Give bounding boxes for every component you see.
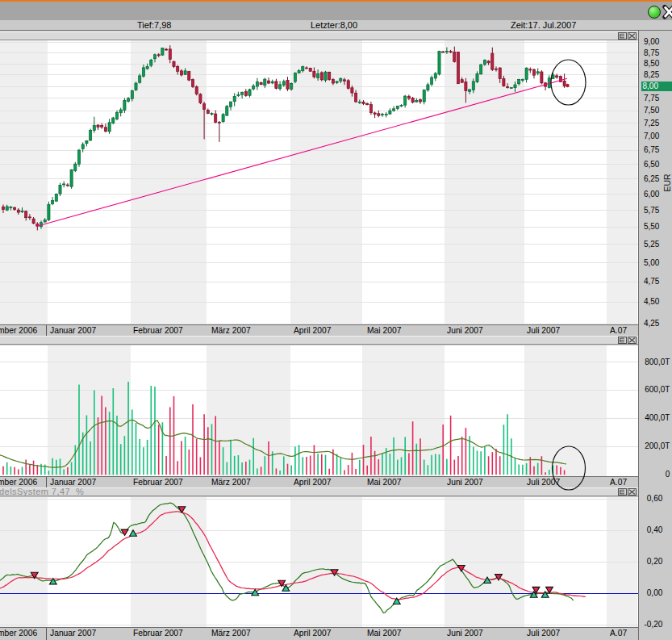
time-axis-label: Juli 2007 (527, 478, 560, 487)
time-axis-label: März 2007 (211, 326, 251, 336)
time-axis-label: Februar 2007 (133, 326, 183, 336)
close-icon (628, 33, 636, 39)
indicator-axis-label: 0,00 (643, 589, 663, 597)
volume-axis-label: 200,0T (643, 442, 670, 450)
price-axis-label: 8,50 (643, 60, 660, 68)
time-axis-label: mber 2006 (0, 629, 37, 638)
time-axis-label: Januar 2007 (50, 629, 96, 638)
price-axis-label: 4,75 (643, 278, 660, 286)
time-axis-label: Mai 2007 (367, 478, 401, 487)
price-axis-label: 8,75 (643, 49, 660, 57)
price-chart-plot[interactable] (0, 40, 638, 324)
price-axis-label: 5,25 (643, 241, 660, 249)
last-price-tag: 8,00 (641, 82, 672, 92)
close-icon (628, 337, 636, 343)
price-axis-label: 7,50 (643, 107, 660, 115)
volume-pane-header (0, 336, 638, 345)
properties-icon (619, 489, 626, 495)
indicator-pane-title: delsSystem 7,47 % (0, 487, 84, 496)
price-axis-label: 5,50 (643, 223, 660, 231)
plot2-svg (0, 345, 638, 476)
status-light-icon (648, 6, 661, 19)
price-axis-label: 7,00 (643, 132, 660, 140)
price-axis-label: 4,50 (643, 298, 660, 306)
indicator-axis-label: -0,20 (643, 621, 663, 629)
price-axis-label: 6,50 (643, 161, 660, 169)
time-axis-label: A.07 (610, 478, 627, 487)
time-axis-label: Juni 2007 (447, 478, 483, 487)
time-axis-label: Januar 2007 (50, 478, 96, 487)
plot3-svg (0, 497, 638, 628)
time-axis-label: Juni 2007 (447, 326, 483, 336)
volume-axis-label: 400,0T (643, 414, 670, 422)
time-axis-label: April 2007 (294, 326, 331, 336)
volume-pane-close-button[interactable] (628, 337, 637, 344)
time-axis-label: April 2007 (294, 629, 331, 638)
price-axis-label: 7,75 (643, 94, 660, 102)
price-axis-unit: EUR (663, 173, 672, 193)
price-axis-label: 8,25 (643, 71, 660, 79)
time-axis-label: April 2007 (294, 478, 331, 487)
price-pane-close-button[interactable] (628, 32, 637, 40)
year-separator (46, 628, 47, 640)
last-price-dot (566, 84, 569, 87)
price-axis-label: 6,25 (643, 175, 660, 183)
time-axis-label: Mai 2007 (367, 629, 401, 638)
volume-axis-label: 600,0T (643, 386, 670, 394)
properties-icon (619, 337, 626, 343)
price-pane-properties-button[interactable] (618, 32, 627, 40)
price-axis-label: 5,75 (643, 207, 660, 215)
quote-info-bar: Tief:7,98 Letzter:8,00 Zeit:17. Jul.2007 (0, 20, 672, 31)
time-axis-label: mber 2006 (0, 326, 37, 336)
price-axis-label: 6,75 (643, 146, 660, 154)
volume-chart-plot[interactable] (0, 345, 638, 476)
price-axis-label: 4,25 (643, 320, 660, 328)
indicator-axis-label: 0,40 (643, 526, 663, 534)
time-axis-label: Juli 2007 (527, 629, 560, 638)
year-separator (46, 325, 47, 336)
price-pane-header (0, 31, 638, 40)
indicator-chart-plot[interactable] (0, 497, 638, 628)
plot1-svg (0, 40, 638, 324)
close-icon (628, 489, 636, 495)
time-axis-label: Juli 2007 (527, 326, 560, 336)
indicator-axis-label: 0,20 (643, 558, 663, 566)
price-axis-label: 9,00 (643, 38, 660, 46)
indicator-axis-label: 0,60 (643, 495, 663, 503)
price-axis-label: 7,25 (643, 119, 660, 128)
time-axis-row-2: mber 2006Januar 2007Februar 2007März 200… (0, 476, 638, 487)
volume-axis-label: 0 (643, 471, 670, 479)
time-axis-label: Juni 2007 (447, 629, 483, 638)
time-axis-label: Februar 2007 (133, 629, 183, 638)
month-bands (48, 345, 607, 476)
sell-signal-marker (121, 529, 128, 535)
indicator-pane-properties-button[interactable] (618, 488, 627, 496)
chart-application-window: {"window":{"accent_top_color":"#e8791e",… (0, 0, 672, 640)
year-separator (46, 477, 47, 487)
time-axis-label: A.07 (610, 629, 627, 638)
time-axis-label: mber 2006 (0, 478, 37, 487)
window-close-icon[interactable] (662, 4, 672, 19)
time-axis-label: März 2007 (211, 629, 251, 638)
time-axis-label: Januar 2007 (50, 326, 96, 336)
time-axis-label: März 2007 (211, 478, 251, 487)
properties-icon (619, 33, 626, 39)
time-axis-row-1: mber 2006Januar 2007Februar 2007März 200… (0, 324, 638, 336)
volume-axis-label: 800,0T (643, 358, 670, 366)
volume-pane-properties-button[interactable] (618, 337, 627, 344)
price-axis-label: 6,00 (643, 190, 660, 199)
value-axis-gutter: EUR 8,00 9,008,758,508,258,007,757,507,2… (638, 31, 672, 640)
time-axis-row-3: mber 2006Januar 2007Februar 2007März 200… (0, 627, 638, 640)
time-axis-label: Mai 2007 (367, 326, 401, 336)
indicator-pane-close-button[interactable] (628, 488, 637, 496)
indicator-pane-header: delsSystem 7,47 % (0, 487, 638, 496)
window-titlebar[interactable] (0, 0, 672, 20)
info-field-low: Tief:7,98 (137, 20, 171, 30)
time-axis-label: A.07 (610, 326, 627, 336)
price-axis-label: 5,00 (643, 259, 660, 267)
time-axis-label: Februar 2007 (133, 478, 183, 487)
info-field-last: Letzter:8,00 (311, 20, 357, 30)
info-field-time: Zeit:17. Jul.2007 (511, 20, 576, 30)
